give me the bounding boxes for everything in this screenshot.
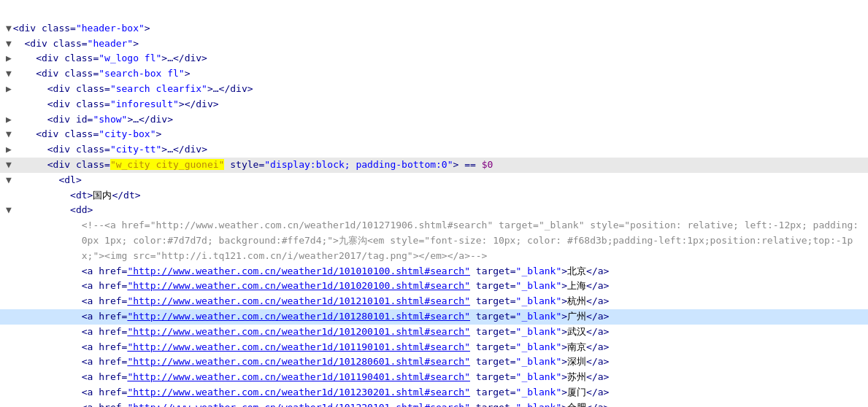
html-tag: target= — [470, 371, 516, 382]
code-line: <a href="http://www.weather.com.cn/weath… — [0, 325, 868, 340]
code-line: ▶ <div id="show">…</div> — [0, 112, 868, 128]
indent-spacer — [13, 127, 36, 142]
code-line: ▼ <div class="city-box"> — [0, 127, 868, 142]
html-tag: target= — [470, 356, 516, 367]
html-tag: <div class= — [36, 68, 99, 79]
toggle-arrow — [6, 279, 12, 294]
line-content: <a href="http://www.weather.com.cn/weath… — [82, 294, 862, 309]
toggle-arrow[interactable]: ▼ — [6, 36, 12, 52]
indent-spacer — [13, 294, 82, 309]
html-tag: style= — [224, 159, 264, 170]
indent-spacer — [13, 142, 47, 158]
href-link[interactable]: "http://www.weather.com.cn/weather1d/101… — [127, 387, 470, 398]
line-content: <a href="http://www.weather.com.cn/weath… — [82, 400, 862, 407]
text-content: 南京 — [567, 341, 586, 352]
code-viewer: ▼<div class="header-box">▼ <div class="h… — [0, 0, 868, 407]
indent-spacer — [13, 203, 70, 218]
indent-spacer — [13, 112, 47, 128]
html-tag: <a href= — [82, 356, 128, 367]
html-tag: > — [561, 326, 567, 337]
code-line: ▶ <div class="city-tt">…</div> — [0, 142, 868, 158]
indent-spacer — [13, 385, 82, 400]
toggle-arrow — [6, 354, 12, 370]
text-content: 杭州 — [567, 295, 586, 306]
html-tag: >…</div> — [161, 144, 207, 155]
code-line: <div class="inforesult"></div> — [0, 97, 868, 112]
html-tag: <div id= — [47, 114, 93, 125]
html-tag: <a href= — [82, 295, 128, 306]
toggle-arrow[interactable]: ▼ — [6, 203, 12, 218]
html-tag: > — [561, 265, 567, 276]
attr-value: "city-box" — [99, 128, 155, 139]
indent-spacer — [13, 400, 82, 407]
indent-spacer — [13, 173, 59, 188]
html-tag: > — [561, 371, 567, 382]
toggle-arrow[interactable]: ▼ — [6, 21, 12, 36]
html-tag: </a> — [586, 371, 609, 382]
code-line: ▼ <dl> — [0, 173, 868, 188]
code-line: <dt>国内</dt> — [0, 188, 868, 204]
href-link[interactable]: "http://www.weather.com.cn/weather1d/101… — [127, 356, 470, 367]
html-tag: <a href= — [82, 280, 128, 291]
code-line: ▼ <div class="search-box fl"> — [0, 66, 868, 82]
line-content: <div class="header-box"> — [13, 21, 862, 36]
toggle-arrow[interactable]: ▶ — [6, 112, 12, 128]
toggle-arrow[interactable]: ▶ — [6, 142, 12, 158]
href-link[interactable]: "http://www.weather.com.cn/weather1d/101… — [127, 341, 470, 352]
href-link[interactable]: "http://www.weather.com.cn/weather1d/101… — [127, 402, 470, 407]
html-tag: > == — [453, 159, 482, 170]
html-tag: ></div> — [179, 98, 219, 109]
href-link[interactable]: "http://www.weather.com.cn/weather1d/101… — [127, 280, 470, 291]
html-tag: <a href= — [82, 402, 128, 407]
href-link[interactable]: "http://www.weather.com.cn/weather1d/101… — [127, 326, 470, 337]
toggle-arrow[interactable]: ▶ — [6, 82, 12, 97]
href-link[interactable]: "http://www.weather.com.cn/weather1d/101… — [127, 371, 470, 382]
attr-value: "_blank" — [516, 265, 562, 276]
code-line: ▼ <dd> — [0, 203, 868, 218]
html-tag: target= — [470, 311, 516, 322]
html-tag: <div class= — [47, 144, 110, 155]
toggle-arrow[interactable]: ▼ — [6, 158, 12, 173]
code-line: <a href="http://www.weather.com.cn/weath… — [0, 340, 868, 355]
html-tag: <a href= — [82, 341, 128, 352]
code-line: <a href="http://www.weather.com.cn/weath… — [0, 385, 868, 400]
toggle-arrow[interactable]: ▶ — [6, 51, 12, 66]
toggle-arrow — [6, 340, 12, 355]
code-line: <a href="http://www.weather.com.cn/weath… — [0, 354, 868, 370]
html-tag: > — [561, 280, 567, 291]
line-content: <a href="http://www.weather.com.cn/weath… — [82, 279, 862, 294]
text-content: 广州 — [567, 311, 586, 322]
text-content: 深圳 — [567, 356, 586, 367]
href-link[interactable]: "http://www.weather.com.cn/weather1d/101… — [127, 311, 470, 322]
indent-spacer — [13, 279, 82, 294]
attr-value: "inforesult" — [110, 98, 179, 109]
line-content: <a href="http://www.weather.com.cn/weath… — [82, 325, 862, 340]
toggle-arrow — [6, 294, 12, 309]
html-tag: </a> — [586, 326, 609, 337]
line-content: <div class="header"> — [24, 36, 862, 52]
toggle-arrow[interactable]: ▼ — [6, 173, 12, 188]
line-content: <a href="http://www.weather.com.cn/weath… — [82, 354, 862, 370]
text-content: 上海 — [567, 280, 586, 291]
href-link[interactable]: "http://www.weather.com.cn/weather1d/101… — [127, 295, 470, 306]
html-tag: target= — [470, 280, 516, 291]
html-tag: </a> — [586, 280, 609, 291]
toggle-arrow[interactable]: ▼ — [6, 66, 12, 82]
line-content: <!--<a href="http://www.weather.com.cn/w… — [82, 218, 862, 263]
indent-spacer — [13, 97, 47, 112]
html-tag: target= — [470, 295, 516, 306]
html-tag: target= — [470, 387, 516, 398]
html-tag: </a> — [586, 356, 609, 367]
html-tag: > — [561, 341, 567, 352]
code-line: <a href="http://www.weather.com.cn/weath… — [0, 309, 868, 325]
html-tag: >…</div> — [127, 114, 173, 125]
indent-spacer — [13, 218, 82, 233]
href-link[interactable]: "http://www.weather.com.cn/weather1d/101… — [127, 265, 470, 276]
html-tag: <div class= — [36, 53, 99, 63]
code-line: ▼<div class="header-box"> — [0, 21, 868, 36]
html-tag: >…</div> — [161, 53, 207, 63]
html-tag: <a href= — [82, 387, 128, 398]
toggle-arrow[interactable]: ▼ — [6, 127, 12, 142]
html-tag: target= — [470, 265, 516, 276]
indent-spacer — [13, 158, 47, 173]
